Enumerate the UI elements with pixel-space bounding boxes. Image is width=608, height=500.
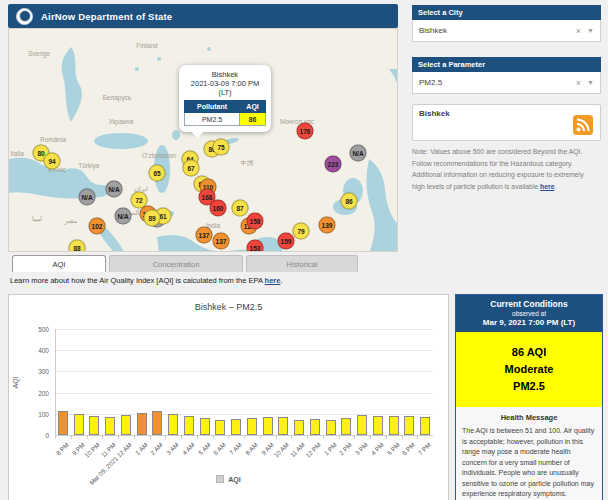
select-city-header: Select a City — [412, 5, 601, 20]
aqi-marker[interactable]: 102 — [89, 218, 106, 235]
chart-x-tick — [228, 436, 229, 439]
aqi-marker[interactable]: 89 — [144, 210, 161, 227]
tab-historical[interactable]: Historical — [246, 255, 358, 272]
parameter-clear-icon[interactable]: × — [576, 78, 581, 88]
note-text-before: Note: Values above 500 are considered Be… — [412, 148, 584, 190]
chart-x-tick — [339, 436, 340, 439]
map[interactable]: FinlandSverigeБеларусьУкраинаRomâniaItal… — [8, 28, 398, 252]
map-place-label: ليبيا — [32, 215, 42, 223]
chart-x-tick — [386, 436, 387, 439]
aqi-marker[interactable]: 137 — [196, 227, 213, 244]
chart-x-tick-label: 3 AM — [165, 441, 180, 456]
learn-more-here-link[interactable]: here — [265, 276, 281, 285]
aqi-marker[interactable]: 86 — [341, 193, 358, 210]
parameter-select[interactable]: PM2.5 × ▼ — [412, 72, 601, 94]
chart-bar[interactable] — [326, 420, 336, 435]
aqi-marker[interactable]: 75 — [213, 139, 230, 156]
chart-bar[interactable] — [231, 419, 241, 435]
chart-bar[interactable] — [341, 418, 351, 435]
aqi-marker[interactable]: 176 — [297, 123, 314, 140]
chart-bar[interactable] — [200, 418, 210, 435]
city-clear-icon[interactable]: × — [576, 26, 581, 36]
chart-bar[interactable] — [389, 416, 399, 435]
chart-bar[interactable] — [263, 417, 273, 435]
chart-x-tick — [323, 436, 324, 439]
chart-bar[interactable] — [121, 415, 131, 435]
chart-bar[interactable] — [404, 416, 414, 435]
aqi-marker[interactable]: N/A — [106, 181, 123, 198]
chart-x-tick — [276, 436, 277, 439]
aqi-marker[interactable]: 159 — [278, 233, 295, 250]
aqi-marker[interactable]: N/A — [79, 189, 96, 206]
popup-pollutant-value: PM2.5 — [185, 113, 240, 126]
parameter-chevron-down-icon[interactable]: ▼ — [587, 79, 594, 86]
learn-more-after: . — [280, 276, 282, 285]
learn-more-before: Learn more about how the Air Quality Ind… — [10, 276, 265, 285]
aqi-marker[interactable]: N/A — [350, 145, 367, 162]
chart-bar[interactable] — [215, 420, 225, 435]
tab-aqi[interactable]: AQI — [12, 255, 106, 272]
aqi-marker[interactable]: 88 — [69, 240, 86, 253]
chart-x-tick — [417, 436, 418, 439]
chart-bar[interactable] — [137, 413, 147, 435]
map-place-label: مصر — [65, 217, 78, 225]
chart-x-tick-label: 7 PM — [417, 441, 432, 456]
aqi-marker[interactable]: 65 — [149, 165, 166, 182]
aqi-marker[interactable]: 94 — [44, 153, 61, 170]
chart-x-tick — [244, 436, 245, 439]
chart-x-tick — [165, 436, 166, 439]
chart-bar[interactable] — [89, 416, 99, 435]
chart-x-tick — [307, 436, 308, 439]
aqi-chart: Bishkek – PM2.5 AQI 01002003004005008 PM… — [8, 294, 449, 500]
chart-bar[interactable] — [373, 416, 383, 435]
chart-x-tick — [87, 436, 88, 439]
chart-bar[interactable] — [420, 417, 430, 435]
chart-bar[interactable] — [247, 418, 257, 435]
aqi-marker[interactable]: 160 — [210, 200, 227, 217]
city-chevron-down-icon[interactable]: ▼ — [587, 27, 594, 34]
aqi-marker[interactable]: 87 — [232, 200, 249, 217]
chart-bar[interactable] — [357, 415, 367, 435]
chart-y-tick-label: 100 — [13, 410, 49, 417]
chart-bar[interactable] — [278, 417, 288, 435]
city-select[interactable]: Bishkek × ▼ — [412, 20, 601, 42]
aqi-marker[interactable]: N/A — [115, 208, 132, 225]
chart-y-tick-label: 500 — [13, 326, 49, 333]
chart-x-tick — [134, 436, 135, 439]
chart-bar[interactable] — [105, 417, 115, 435]
aqi-marker[interactable]: 79 — [293, 223, 310, 240]
dos-seal-inner — [19, 10, 31, 22]
chart-bar[interactable] — [184, 416, 194, 435]
feed-box: Bishkek — [412, 104, 601, 141]
chart-bar[interactable] — [152, 411, 162, 435]
chart-x-tick — [181, 436, 182, 439]
chart-x-tick-label: 10 AM — [273, 441, 291, 459]
chart-legend[interactable]: AQI — [9, 475, 448, 483]
chart-x-tick — [55, 436, 56, 439]
chart-bar[interactable] — [58, 411, 68, 435]
aqi-marker[interactable]: 137 — [213, 233, 230, 250]
aqi-marker[interactable]: 139 — [319, 217, 336, 234]
aqi-marker[interactable]: 153 — [247, 240, 264, 253]
chart-bar[interactable] — [168, 414, 178, 435]
map-place-label: Finland — [136, 42, 157, 49]
chart-bar[interactable] — [74, 414, 84, 435]
chart-x-tick-label: 7 AM — [228, 441, 243, 456]
chart-x-tick-label: 5 AM — [196, 441, 211, 456]
chart-x-tick-label: 3 PM — [354, 441, 369, 456]
tab-concentration[interactable]: Concentration — [109, 255, 243, 272]
aqi-marker[interactable]: 223 — [325, 156, 342, 173]
chart-x-tick-label: 4 AM — [181, 441, 196, 456]
aqi-marker[interactable]: 67 — [183, 160, 200, 177]
note-here-link[interactable]: here — [540, 183, 554, 190]
popup-col-pollutant: Pollutant — [185, 101, 240, 113]
parameter-select-value: PM2.5 — [419, 78, 576, 87]
aqi-marker[interactable]: 158 — [247, 213, 264, 230]
rss-icon[interactable] — [573, 115, 593, 135]
chart-bar[interactable] — [310, 419, 320, 435]
chart-title: Bishkek – PM2.5 — [9, 302, 448, 312]
chart-bar[interactable] — [294, 420, 304, 435]
chart-x-tick — [118, 436, 119, 439]
current-aqi-parameter: PM2.5 — [458, 378, 600, 395]
popup-aqi-value: 86 — [240, 113, 266, 126]
